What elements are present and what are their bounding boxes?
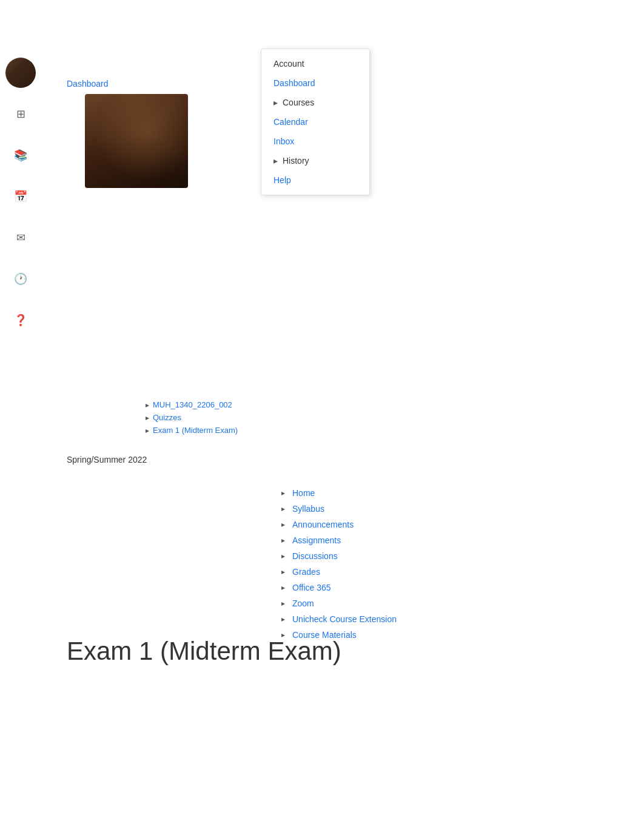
account-header: Account bbox=[261, 54, 369, 73]
course-nav-discussions[interactable]: ▸ Discussions bbox=[279, 548, 437, 564]
nav-item-history[interactable]: 🕐 bbox=[2, 261, 39, 297]
course-nav-office365[interactable]: ▸ Office 365 bbox=[279, 580, 437, 595]
menu-item-help[interactable]: Help bbox=[261, 170, 369, 190]
courses-expand-icon: ▸ bbox=[273, 98, 278, 107]
profile-image bbox=[85, 94, 188, 188]
history-expand-icon: ▸ bbox=[273, 156, 278, 166]
course-nav-home[interactable]: ▸ Home bbox=[279, 485, 437, 501]
course-nav-syllabus[interactable]: ▸ Syllabus bbox=[279, 501, 437, 517]
page-title: Exam 1 (Midterm Exam) bbox=[67, 637, 341, 666]
grades-icon: ▸ bbox=[279, 568, 287, 576]
breadcrumb-link-2[interactable]: Exam 1 (Midterm Exam) bbox=[153, 426, 238, 435]
course-nav-announcements[interactable]: ▸ Announcements bbox=[279, 517, 437, 532]
zoom-icon: ▸ bbox=[279, 599, 287, 608]
breadcrumb-link-0[interactable]: MUH_1340_2206_002 bbox=[153, 400, 232, 409]
unicheck-icon: ▸ bbox=[279, 615, 287, 623]
discussions-icon: ▸ bbox=[279, 552, 287, 560]
nav-item-inbox[interactable]: ✉ bbox=[2, 220, 39, 256]
course-nav-zoom[interactable]: ▸ Zoom bbox=[279, 595, 437, 611]
breadcrumb-icon-0: ▸ bbox=[146, 401, 149, 409]
office365-icon: ▸ bbox=[279, 583, 287, 592]
course-nav-assignments[interactable]: ▸ Assignments bbox=[279, 532, 437, 548]
nav-item-account[interactable] bbox=[2, 55, 39, 91]
course-nav-grades[interactable]: ▸ Grades bbox=[279, 564, 437, 580]
syllabus-icon: ▸ bbox=[279, 505, 287, 513]
nav-item-help[interactable]: ❓ bbox=[2, 302, 39, 338]
avatar bbox=[5, 58, 36, 88]
breadcrumb: ▸ MUH_1340_2206_002 bbox=[146, 400, 327, 409]
menu-item-dashboard[interactable]: Dashboard bbox=[261, 73, 369, 93]
menu-item-history[interactable]: ▸ History bbox=[261, 151, 369, 170]
assignments-icon: ▸ bbox=[279, 536, 287, 545]
nav-item-calendar[interactable]: 📅 bbox=[2, 178, 39, 215]
top-dashboard-link[interactable]: Dashboard bbox=[67, 79, 109, 89]
menu-item-inbox[interactable]: Inbox bbox=[261, 132, 369, 151]
announcements-icon: ▸ bbox=[279, 520, 287, 529]
nav-item-courses[interactable]: 📚 bbox=[2, 137, 39, 173]
course-nav-unicheck[interactable]: ▸ Unicheck Course Extension bbox=[279, 611, 437, 627]
breadcrumb-row-2: ▸ Exam 1 (Midterm Exam) bbox=[146, 426, 327, 435]
global-nav: ⊞ 📚 📅 ✉ 🕐 ❓ bbox=[0, 49, 41, 338]
account-dropdown: Account Dashboard ▸ Courses Calendar Inb… bbox=[261, 49, 370, 195]
menu-item-courses[interactable]: ▸ Courses bbox=[261, 93, 369, 112]
home-icon: ▸ bbox=[279, 489, 287, 497]
breadcrumb-icon-1: ▸ bbox=[146, 414, 149, 422]
semester-label: Spring/Summer 2022 bbox=[67, 455, 147, 464]
breadcrumb-area: ▸ MUH_1340_2206_002 ▸ Quizzes ▸ Exam 1 (… bbox=[146, 400, 327, 438]
course-sidebar: ▸ Home ▸ Syllabus ▸ Announcements ▸ Assi… bbox=[279, 485, 437, 643]
breadcrumb-link-1[interactable]: Quizzes bbox=[153, 413, 181, 422]
breadcrumb-icon-2: ▸ bbox=[146, 426, 149, 435]
nav-item-dashboard[interactable]: ⊞ bbox=[2, 96, 39, 132]
breadcrumb-row-1: ▸ Quizzes bbox=[146, 413, 327, 422]
menu-item-calendar[interactable]: Calendar bbox=[261, 112, 369, 132]
